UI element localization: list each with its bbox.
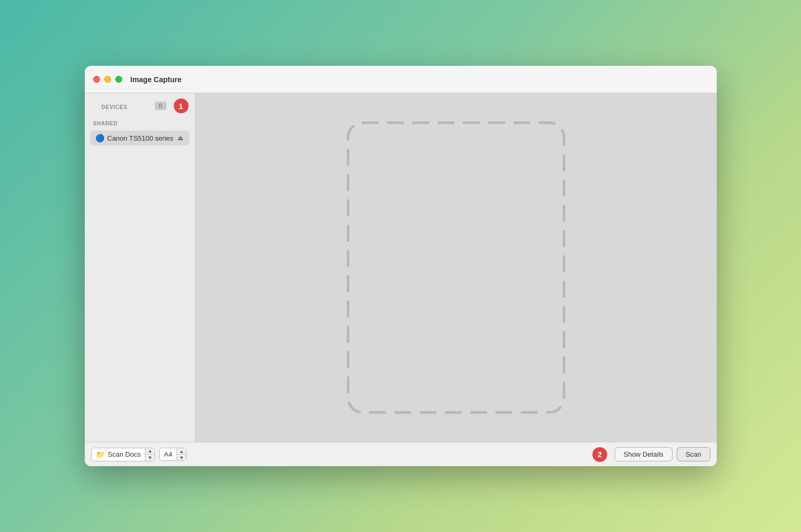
folder-icon: 📁 [96,450,105,459]
devices-label: DEVICES [93,100,134,112]
shared-label: SHARED [85,116,195,129]
scan-button[interactable]: Scan [677,447,710,461]
window-controls [93,76,122,83]
title-bar: Image Capture [85,66,717,93]
window-title: Image Capture [131,75,708,84]
scan-preview [343,117,569,418]
close-button[interactable] [93,76,100,83]
image-capture-window: Image Capture DEVICES 0 1 SHARED 🔵 Canon… [85,66,717,466]
printer-icon: 🔵 [95,134,104,142]
folder-stepper-down[interactable]: ▼ [145,455,154,461]
folder-stepper[interactable]: ▲ ▼ [145,448,154,461]
devices-count-badge: 0 [155,102,166,110]
minimize-button[interactable] [104,76,111,83]
format-stepper[interactable]: ▲ ▼ [176,448,186,460]
scan-dashed-border [343,117,569,418]
folder-stepper-up[interactable]: ▲ [145,448,154,455]
sidebar-item-canon[interactable]: 🔵 Canon TS5100 series ⏏ [90,131,190,145]
annotation-badge-1: 1 [174,98,189,113]
folder-select-text: Scan Docs [108,450,141,458]
eject-icon[interactable]: ⏏ [177,134,183,142]
format-stepper-down[interactable]: ▼ [177,455,186,460]
bottom-toolbar: 📁 Scan Docs ▲ ▼ A4 ▲ ▼ 2 Show Details Sc… [85,442,717,466]
show-details-button[interactable]: Show Details [615,447,673,461]
maximize-button[interactable] [115,76,122,83]
format-select-text: A4 [164,450,172,458]
sidebar: DEVICES 0 1 SHARED 🔵 Canon TS5100 series… [85,93,195,442]
format-select-wrapper[interactable]: A4 ▲ ▼ [159,448,186,461]
folder-select-main[interactable]: 📁 Scan Docs [92,448,145,461]
format-select-main[interactable]: A4 [160,448,176,460]
annotation-badge-2: 2 [592,447,607,462]
main-content: DEVICES 0 1 SHARED 🔵 Canon TS5100 series… [85,93,717,442]
folder-select-wrapper[interactable]: 📁 Scan Docs ▲ ▼ [91,448,155,461]
svg-rect-0 [348,123,564,412]
device-name: Canon TS5100 series [107,134,174,142]
format-stepper-up[interactable]: ▲ [177,448,186,455]
scanner-area [195,93,717,442]
devices-section-header: DEVICES 0 1 [85,97,195,114]
